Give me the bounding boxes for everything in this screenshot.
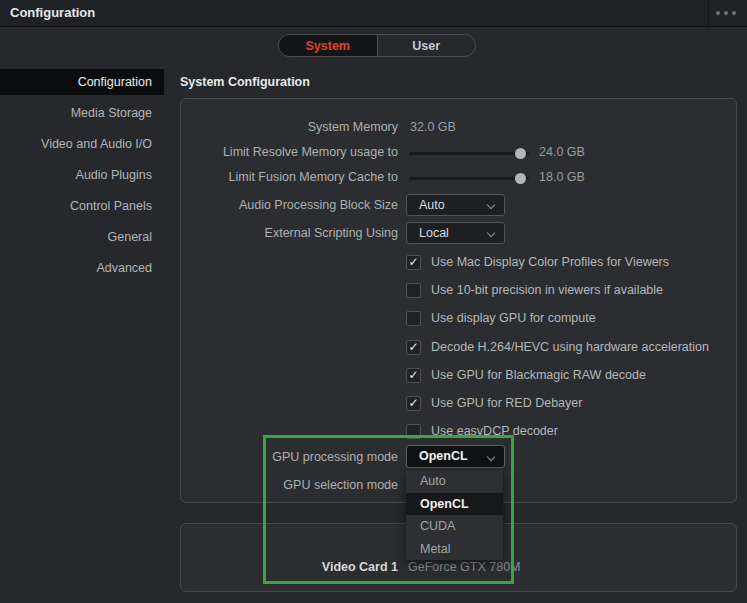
video-card-value: GeForce GTX 780M (408, 560, 521, 574)
dot-icon (732, 11, 736, 15)
page-title: System Configuration (180, 75, 310, 89)
menu-item-metal[interactable]: Metal (406, 538, 503, 561)
fusion-memory-cache-value: 18.0 GB (539, 170, 585, 184)
checkbox-mac-display-profiles[interactable]: ✓ Use Mac Display Color Profiles for Vie… (406, 254, 669, 270)
overflow-menu-icon[interactable] (711, 0, 741, 26)
sidebar-item-audio-plugins[interactable]: Audio Plugins (0, 162, 164, 188)
titlebar-divider (708, 0, 709, 26)
gpu-processing-mode-menu: Auto OpenCL CUDA Metal (406, 470, 503, 560)
sidebar-item-video-audio-io[interactable]: Video and Audio I/O (0, 131, 164, 157)
chevron-down-icon (487, 201, 495, 209)
titlebar: Configuration (0, 0, 747, 27)
check-icon: ✓ (408, 340, 418, 355)
checkbox-icon: ✓ (406, 255, 421, 270)
audio-block-size-label: Audio Processing Block Size (180, 198, 398, 212)
sidebar-item-media-storage[interactable]: Media Storage (0, 100, 164, 126)
sidebar-item-control-panels[interactable]: Control Panels (0, 193, 164, 219)
fusion-memory-cache-label: Limit Fusion Memory Cache to (180, 170, 398, 184)
checkbox-icon: ✓ (406, 340, 421, 355)
checkbox-label: Use display GPU for compute (431, 311, 596, 325)
gpu-selection-mode-label: GPU selection mode (180, 478, 398, 492)
checkbox-red-debayer-gpu[interactable]: ✓ Use GPU for RED Debayer (406, 395, 582, 411)
checkbox-label: Use GPU for RED Debayer (431, 396, 582, 410)
dot-icon (716, 11, 720, 15)
external-scripting-select[interactable]: Local (406, 222, 505, 244)
check-icon: ✓ (408, 255, 418, 270)
video-card-label: Video Card 1 (180, 560, 398, 574)
resolve-memory-limit-slider[interactable] (409, 145, 529, 161)
check-icon: ✓ (408, 396, 418, 411)
checkbox-easydcp-decoder[interactable]: ✓ Use easyDCP decoder (406, 423, 558, 439)
external-scripting-label: External Scripting Using (180, 226, 398, 240)
resolve-memory-limit-label: Limit Resolve Memory usage to (180, 145, 398, 159)
checkbox-icon: ✓ (406, 368, 421, 383)
slider-handle[interactable] (515, 173, 526, 184)
system-memory-value: 32.0 GB (410, 120, 456, 134)
sidebar-item-configuration[interactable]: Configuration (0, 69, 164, 95)
slider-track (409, 152, 529, 155)
checkbox-icon: ✓ (406, 424, 421, 439)
chevron-down-icon (487, 229, 495, 237)
sidebar-item-advanced[interactable]: Advanced (0, 255, 164, 281)
tab-group: System User (278, 34, 476, 57)
checkbox-label: Decode H.264/HEVC using hardware acceler… (431, 340, 709, 354)
slider-track (409, 177, 529, 180)
dot-icon (724, 11, 728, 15)
checkbox-icon: ✓ (406, 396, 421, 411)
gpu-processing-mode-value: OpenCL (419, 449, 468, 463)
configuration-window: Configuration System User Configuration … (0, 0, 747, 603)
audio-block-size-value: Auto (419, 198, 445, 212)
menu-item-opencl[interactable]: OpenCL (406, 493, 503, 516)
menu-item-auto[interactable]: Auto (406, 470, 503, 493)
external-scripting-value: Local (419, 226, 449, 240)
checkbox-label: Use Mac Display Color Profiles for Viewe… (431, 255, 669, 269)
checkbox-label: Use 10-bit precision in viewers if avail… (431, 283, 663, 297)
checkbox-h264-hw-accel[interactable]: ✓ Decode H.264/HEVC using hardware accel… (406, 339, 709, 355)
checkbox-label: Use easyDCP decoder (431, 424, 558, 438)
system-memory-label: System Memory (180, 120, 398, 134)
checkbox-icon: ✓ (406, 311, 421, 326)
resolve-memory-limit-value: 24.0 GB (539, 145, 585, 159)
window-title: Configuration (10, 0, 95, 26)
fusion-memory-cache-slider[interactable] (409, 170, 529, 186)
checkbox-braw-gpu-decode[interactable]: ✓ Use GPU for Blackmagic RAW decode (406, 367, 646, 383)
tab-system[interactable]: System (279, 35, 377, 56)
checkbox-icon: ✓ (406, 283, 421, 298)
gpu-processing-mode-label: GPU processing mode (180, 450, 398, 464)
slider-handle[interactable] (515, 148, 526, 159)
audio-block-size-select[interactable]: Auto (406, 194, 505, 216)
sidebar-item-general[interactable]: General (0, 224, 164, 250)
menu-item-cuda[interactable]: CUDA (406, 515, 503, 538)
tab-user[interactable]: User (377, 35, 476, 56)
checkbox-display-gpu-compute[interactable]: ✓ Use display GPU for compute (406, 310, 596, 326)
gpu-processing-mode-select[interactable]: OpenCL (406, 445, 505, 468)
checkbox-10bit-precision[interactable]: ✓ Use 10-bit precision in viewers if ava… (406, 282, 663, 298)
checkbox-label: Use GPU for Blackmagic RAW decode (431, 368, 646, 382)
check-icon: ✓ (408, 368, 418, 383)
chevron-down-icon (487, 453, 495, 461)
